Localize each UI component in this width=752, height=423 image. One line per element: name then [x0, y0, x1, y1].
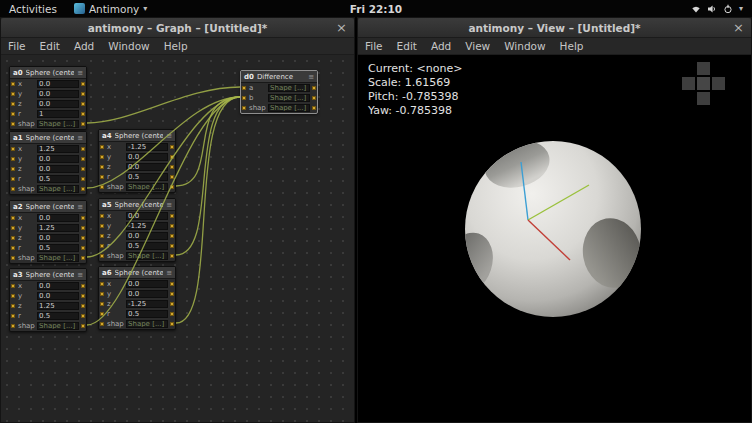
input-connector[interactable]: [100, 165, 104, 169]
datum-value[interactable]: Shape [...]: [126, 252, 168, 260]
datum-value[interactable]: -1.25: [126, 222, 168, 230]
datum-value[interactable]: 0.5: [126, 310, 168, 318]
node-title-bar[interactable]: a3Sphere (center)≡: [10, 269, 86, 281]
input-connector[interactable]: [11, 294, 15, 298]
node-menu-icon[interactable]: ≡: [77, 271, 83, 279]
datum-value[interactable]: 1.25: [37, 224, 79, 232]
graph-node-a6[interactable]: a6Sphere (center)≡x0.0y0.0z-1.25r0.5shap…: [98, 266, 176, 330]
output-connector[interactable]: [170, 155, 174, 159]
output-connector[interactable]: [81, 102, 85, 106]
datum-value[interactable]: 1: [37, 110, 79, 118]
output-connector[interactable]: [170, 312, 174, 316]
datum-value[interactable]: -1.25: [126, 143, 168, 151]
node-menu-icon[interactable]: ≡: [166, 132, 172, 140]
input-connector[interactable]: [100, 292, 104, 296]
graph-node-d0[interactable]: d0Difference≡aShape [...]bShape [...]sha…: [240, 70, 318, 114]
input-connector[interactable]: [11, 256, 15, 260]
node-title-bar[interactable]: a4Sphere (center)≡: [99, 130, 175, 142]
menu-window[interactable]: Window: [101, 38, 156, 54]
output-connector[interactable]: [170, 145, 174, 149]
output-connector[interactable]: [81, 82, 85, 86]
input-connector[interactable]: [100, 282, 104, 286]
input-connector[interactable]: [11, 284, 15, 288]
menu-help[interactable]: Help: [553, 38, 591, 54]
view-titlebar[interactable]: antimony – View – [Untitled]* ×: [358, 18, 751, 38]
nav-down-button[interactable]: [697, 92, 710, 105]
output-connector[interactable]: [170, 185, 174, 189]
datum-value[interactable]: 0.0: [37, 165, 79, 173]
output-connector[interactable]: [81, 284, 85, 288]
output-connector[interactable]: [170, 214, 174, 218]
input-connector[interactable]: [100, 254, 104, 258]
output-connector[interactable]: [81, 324, 85, 328]
menu-file[interactable]: File: [358, 38, 390, 54]
datum-value[interactable]: Shape [...]: [37, 254, 79, 262]
activities-button[interactable]: Activities: [0, 0, 66, 17]
input-connector[interactable]: [11, 177, 15, 181]
graph-node-a1[interactable]: a1Sphere (center)≡x1.25y0.0z0.0r0.5shape…: [9, 131, 87, 195]
input-connector[interactable]: [11, 147, 15, 151]
graph-canvas[interactable]: a0Sphere (center)≡x0.0y0.0z0.0r1shapeSha…: [1, 55, 354, 422]
output-connector[interactable]: [81, 314, 85, 318]
datum-value[interactable]: Shape [...]: [268, 94, 310, 102]
output-connector[interactable]: [81, 122, 85, 126]
datum-value[interactable]: 0.0: [126, 232, 168, 240]
datum-value[interactable]: 0.0: [37, 214, 79, 222]
graph-node-a2[interactable]: a2Sphere (center)≡x0.0y1.25z0.0r0.5shape…: [9, 200, 87, 264]
input-connector[interactable]: [11, 324, 15, 328]
output-connector[interactable]: [312, 96, 316, 100]
datum-value[interactable]: 0.5: [37, 244, 79, 252]
menu-add[interactable]: Add: [67, 38, 101, 54]
input-connector[interactable]: [11, 122, 15, 126]
menu-help[interactable]: Help: [157, 38, 195, 54]
input-connector[interactable]: [11, 112, 15, 116]
output-connector[interactable]: [81, 304, 85, 308]
output-connector[interactable]: [81, 177, 85, 181]
input-connector[interactable]: [100, 234, 104, 238]
output-connector[interactable]: [81, 246, 85, 250]
datum-value[interactable]: 0.0: [37, 90, 79, 98]
datum-value[interactable]: 0.0: [37, 234, 79, 242]
datum-value[interactable]: 0.0: [126, 280, 168, 288]
node-menu-icon[interactable]: ≡: [166, 269, 172, 277]
output-connector[interactable]: [170, 224, 174, 228]
system-status-area[interactable]: ▾: [682, 0, 752, 17]
output-connector[interactable]: [170, 254, 174, 258]
datum-value[interactable]: Shape [...]: [37, 185, 79, 193]
input-connector[interactable]: [100, 145, 104, 149]
output-connector[interactable]: [81, 112, 85, 116]
datum-value[interactable]: 0.0: [37, 100, 79, 108]
output-connector[interactable]: [170, 234, 174, 238]
output-connector[interactable]: [81, 294, 85, 298]
output-connector[interactable]: [170, 302, 174, 306]
datum-value[interactable]: 0.0: [126, 212, 168, 220]
input-connector[interactable]: [100, 185, 104, 189]
output-connector[interactable]: [81, 157, 85, 161]
datum-value[interactable]: 0.0: [126, 153, 168, 161]
datum-value[interactable]: Shape [...]: [37, 120, 79, 128]
datum-value[interactable]: Shape [...]: [126, 183, 168, 191]
datum-value[interactable]: 0.0: [37, 282, 79, 290]
datum-value[interactable]: 0.5: [126, 242, 168, 250]
app-menu-button[interactable]: Antimony ▾: [66, 0, 155, 17]
input-connector[interactable]: [242, 106, 246, 110]
node-title-bar[interactable]: a1Sphere (center)≡: [10, 132, 86, 144]
datum-value[interactable]: 0.0: [37, 80, 79, 88]
nav-center-button[interactable]: [697, 77, 710, 90]
menu-window[interactable]: Window: [497, 38, 552, 54]
output-connector[interactable]: [81, 216, 85, 220]
graph-node-a3[interactable]: a3Sphere (center)≡x0.0y0.0z1.25r0.5shape…: [9, 268, 87, 332]
input-connector[interactable]: [11, 226, 15, 230]
datum-value[interactable]: 0.5: [126, 173, 168, 181]
menu-add[interactable]: Add: [424, 38, 458, 54]
input-connector[interactable]: [100, 302, 104, 306]
node-menu-icon[interactable]: ≡: [308, 73, 314, 81]
node-title-bar[interactable]: d0Difference≡: [241, 71, 317, 83]
input-connector[interactable]: [100, 244, 104, 248]
datum-value[interactable]: 0.5: [37, 175, 79, 183]
input-connector[interactable]: [11, 92, 15, 96]
output-connector[interactable]: [81, 256, 85, 260]
input-connector[interactable]: [11, 82, 15, 86]
node-menu-icon[interactable]: ≡: [77, 134, 83, 142]
datum-value[interactable]: 0.5: [37, 312, 79, 320]
